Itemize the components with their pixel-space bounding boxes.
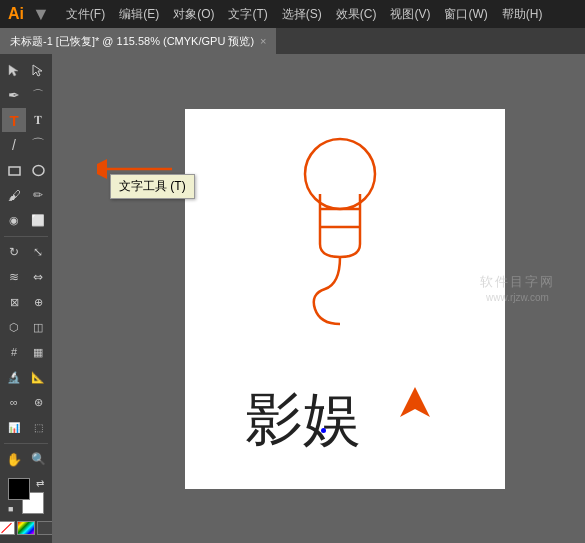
tool-row-graph: 📊 ⬚ xyxy=(0,415,52,439)
direct-select-tool[interactable] xyxy=(26,58,50,82)
tool-row-paint: 🖌 ✏ xyxy=(0,183,52,207)
tool-row-line: / ⌒ xyxy=(0,133,52,157)
svg-marker-9 xyxy=(400,387,430,417)
svg-rect-2 xyxy=(9,167,20,175)
menu-help[interactable]: 帮助(H) xyxy=(496,4,549,25)
menu-edit[interactable]: 编辑(E) xyxy=(113,4,165,25)
touch-type-tool[interactable]: 𝐓 xyxy=(26,108,50,132)
pencil-tool[interactable]: ✏ xyxy=(26,183,50,207)
tool-row-mesh: # ▦ xyxy=(0,340,52,364)
tool-row-shape xyxy=(0,158,52,182)
tool-row-blend: ∞ ⊛ xyxy=(0,390,52,414)
rotate-tool[interactable]: ↻ xyxy=(2,240,26,264)
ai-logo: Ai xyxy=(8,5,24,23)
live-paint-tool[interactable]: ⬡ xyxy=(2,315,26,339)
color-area: ⇄ ■ xyxy=(0,478,55,543)
artboard-tool[interactable]: ⬚ xyxy=(26,415,50,439)
text-tool[interactable]: T xyxy=(2,108,26,132)
measure-tool[interactable]: 📐 xyxy=(26,365,50,389)
graph-tool[interactable]: 📊 xyxy=(2,415,26,439)
tool-row-transform: ↻ ⤡ xyxy=(0,240,52,264)
tool-row-eye: 🔬 📐 xyxy=(0,365,52,389)
active-tab[interactable]: 未标题-1 [已恢复]* @ 115.58% (CMYK/GPU 预览) × xyxy=(0,28,276,54)
tool-row-free: ⊠ ⊕ xyxy=(0,290,52,314)
canvas-area: 影娱 软件目字网 www.rjzw.com xyxy=(52,54,585,543)
ellipse-tool[interactable] xyxy=(26,158,50,182)
tool-row-blob: ◉ ⬜ xyxy=(0,208,52,232)
zoom-tool[interactable]: 🔍 xyxy=(26,447,50,471)
eyedropper-tool[interactable]: 🔬 xyxy=(2,365,26,389)
menu-window[interactable]: 窗口(W) xyxy=(438,4,493,25)
hand-tool[interactable]: ✋ xyxy=(2,447,26,471)
width-tool[interactable]: ⇔ xyxy=(26,265,50,289)
canvas-page: 影娱 xyxy=(185,109,505,489)
mesh-tool[interactable]: # xyxy=(2,340,26,364)
svg-point-3 xyxy=(33,165,44,175)
tool-row-warp: ≋ ⇔ xyxy=(0,265,52,289)
reset-colors-button[interactable]: ■ xyxy=(8,504,13,514)
tab-bar: 未标题-1 [已恢复]* @ 115.58% (CMYK/GPU 预览) × xyxy=(0,28,585,54)
color-button[interactable] xyxy=(17,521,35,535)
blob-brush-tool[interactable]: ◉ xyxy=(2,208,26,232)
text-insertion-arrow xyxy=(400,387,430,421)
main-area: ✒ ⌒ T 𝐓 / ⌒ 🖌 ✏ ◉ ⬜ xyxy=(0,54,585,543)
menu-text[interactable]: 文字(T) xyxy=(222,4,273,25)
scale-tool[interactable]: ⤡ xyxy=(26,240,50,264)
tool-row-paint2: ⬡ ◫ xyxy=(0,315,52,339)
menu-bar: 文件(F) 编辑(E) 对象(O) 文字(T) 选择(S) 效果(C) 视图(V… xyxy=(60,4,549,25)
shape-builder-tool[interactable]: ⊕ xyxy=(26,290,50,314)
eraser-tool[interactable]: ⬜ xyxy=(26,208,50,232)
menu-object[interactable]: 对象(O) xyxy=(167,4,220,25)
paintbrush-tool[interactable]: 🖌 xyxy=(2,183,26,207)
svg-point-4 xyxy=(305,139,375,209)
chinese-text[interactable]: 影娱 xyxy=(245,381,361,459)
svg-marker-1 xyxy=(33,65,42,76)
foreground-color-swatch[interactable] xyxy=(8,478,30,500)
color-mode-row xyxy=(0,521,55,535)
tool-row-text: T 𝐓 xyxy=(0,108,52,132)
symbol-tool[interactable]: ⊛ xyxy=(26,390,50,414)
tool-row-nav: ✋ 🔍 xyxy=(0,447,52,471)
pen-tool[interactable]: ✒ xyxy=(2,83,26,107)
tooltip: 文字工具 (T) xyxy=(110,174,195,199)
tool-row-pen: ✒ ⌒ xyxy=(0,83,52,107)
arc-tool[interactable]: ⌒ xyxy=(26,133,50,157)
title-bar: Ai ▼ 文件(F) 编辑(E) 对象(O) 文字(T) 选择(S) 效果(C)… xyxy=(0,0,585,28)
perspective-tool[interactable]: ◫ xyxy=(26,315,50,339)
select-tool[interactable] xyxy=(2,58,26,82)
blend-tool[interactable]: ∞ xyxy=(2,390,26,414)
ai-logo-icon: ▼ xyxy=(32,4,50,25)
menu-effect[interactable]: 效果(C) xyxy=(330,4,383,25)
warp-tool[interactable]: ≋ xyxy=(2,265,26,289)
rectangle-tool[interactable] xyxy=(2,158,26,182)
svg-marker-0 xyxy=(9,65,18,76)
tab-title: 未标题-1 [已恢复]* @ 115.58% (CMYK/GPU 预览) xyxy=(10,34,254,49)
tool-row-select xyxy=(0,58,52,82)
microphone-drawing xyxy=(265,129,435,333)
color-swatches[interactable]: ⇄ ■ xyxy=(8,478,44,514)
toolbar: ✒ ⌒ T 𝐓 / ⌒ 🖌 ✏ ◉ ⬜ xyxy=(0,54,52,543)
menu-select[interactable]: 选择(S) xyxy=(276,4,328,25)
tooltip-text: 文字工具 (T) xyxy=(119,179,186,193)
menu-view[interactable]: 视图(V) xyxy=(384,4,436,25)
tab-close-button[interactable]: × xyxy=(260,35,266,47)
swap-colors-button[interactable]: ⇄ xyxy=(36,478,44,489)
line-tool[interactable]: / xyxy=(2,133,26,157)
gradient-tool[interactable]: ▦ xyxy=(26,340,50,364)
curvature-tool[interactable]: ⌒ xyxy=(26,83,50,107)
menu-file[interactable]: 文件(F) xyxy=(60,4,111,25)
free-transform-tool[interactable]: ⊠ xyxy=(2,290,26,314)
text-cursor xyxy=(321,428,326,433)
no-color-button[interactable] xyxy=(0,521,15,535)
